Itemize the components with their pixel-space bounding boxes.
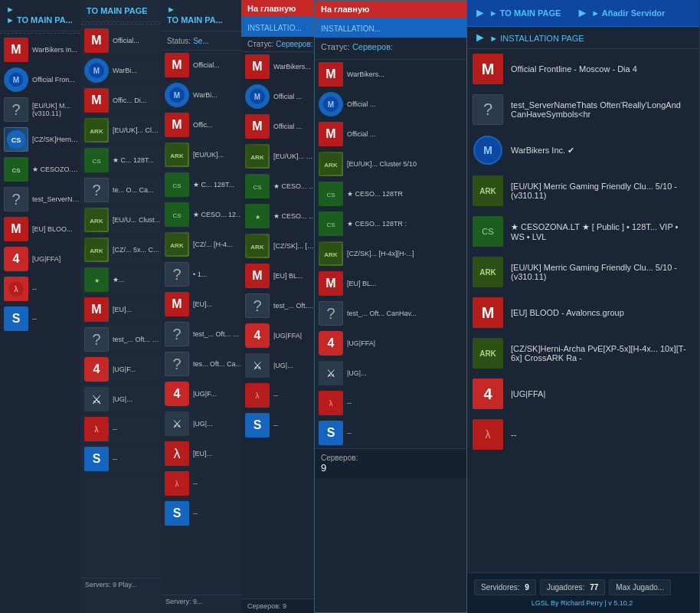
list-item[interactable]: 4 [UG|FFA] bbox=[0, 244, 83, 274]
panel4-install-header[interactable]: INSTALLATIO... bbox=[241, 17, 321, 37]
list-item[interactable]: ? test_ServerNameThats Often'Really'Long… bbox=[465, 90, 699, 130]
list-item[interactable]: M [EU] BLOOD - Avaloncs.group bbox=[465, 293, 699, 333]
panel1-header[interactable]: ► ► TO MAIN PA... bbox=[0, 0, 83, 31]
panel1-main-link[interactable]: ► TO MAIN PA... bbox=[6, 14, 77, 26]
list-item[interactable]: CS ★ CESOZO... LVL bbox=[0, 155, 83, 185]
list-item[interactable]: CS ★ CESO... 128TR bbox=[315, 179, 466, 209]
list-item[interactable]: ARK [CZ/... 5x... C... bbox=[80, 235, 164, 265]
list-item[interactable]: CS ★ CESO... 128TR : bbox=[161, 200, 248, 230]
list-item[interactable]: M [EU] BLOO... bbox=[0, 215, 83, 244]
list-item[interactable]: ARK [EU/UK]... bbox=[161, 140, 248, 170]
add-server-link[interactable]: ► Añadir Servidor bbox=[591, 8, 665, 18]
list-item[interactable]: M Official ... bbox=[315, 90, 466, 120]
game-icon: CS bbox=[84, 148, 109, 172]
list-item[interactable]: S -- bbox=[315, 418, 466, 448]
list-item[interactable]: ★ ★... bbox=[80, 265, 164, 295]
list-item[interactable]: M Official... bbox=[80, 26, 164, 56]
list-item[interactable]: λ -- bbox=[161, 469, 248, 499]
list-item[interactable]: CS ★ C... 128T... bbox=[80, 146, 164, 175]
panel4-red-header[interactable]: На главную bbox=[241, 0, 321, 17]
list-item[interactable]: ⚔ |UG|... bbox=[315, 359, 466, 388]
list-item[interactable]: M WarBi... bbox=[80, 56, 164, 86]
panel6-install-nav[interactable]: ► ► INSTALLATION PAGE bbox=[465, 27, 699, 49]
list-item[interactable]: S -- bbox=[241, 411, 321, 441]
panel6-nav-add[interactable]: ► ► Añadir Servidor bbox=[576, 6, 665, 20]
list-item[interactable]: CS ★ C... 128T... bbox=[161, 170, 248, 200]
list-item[interactable]: M WarBikers... bbox=[315, 60, 466, 90]
list-item[interactable]: ⚔ |UG|... bbox=[161, 409, 248, 439]
panel6-nav-main[interactable]: ► ► TO MAIN PAGE bbox=[474, 6, 561, 20]
list-item[interactable]: ARK [EU/UK] Merric Gaming Friendly Clu..… bbox=[465, 252, 699, 293]
list-item[interactable]: 4 |UG|F... bbox=[161, 379, 248, 409]
list-item[interactable]: CS ★ CESO... 128TR : bbox=[315, 209, 466, 239]
panel3-main-link[interactable]: TO MAIN PA... bbox=[167, 14, 242, 26]
list-item[interactable]: λ -- bbox=[241, 381, 321, 411]
list-item[interactable]: CS ★ CESOZONA.LT ★ [ Public ] • 128T... … bbox=[465, 211, 699, 252]
list-item[interactable]: M [EU]... bbox=[161, 290, 248, 320]
list-item[interactable]: 4 |UG|FFA| bbox=[465, 374, 699, 415]
list-item[interactable]: CS [CZ/SK]Hern... CrossARK R... bbox=[0, 125, 83, 155]
list-item[interactable]: ? te... O... Ca... bbox=[80, 175, 164, 205]
main-page-link[interactable]: ► TO MAIN PAGE bbox=[489, 8, 561, 18]
list-item[interactable]: M WarBi... bbox=[161, 80, 248, 110]
list-item[interactable]: ARK [EU/U... Clust... bbox=[80, 205, 164, 235]
list-item[interactable]: 4 |UG|F... bbox=[80, 355, 164, 385]
list-item[interactable]: ARK [CZ/... [H-4... bbox=[161, 230, 248, 260]
list-item[interactable]: S -- bbox=[161, 499, 248, 529]
server-name: [EU] BLOO... bbox=[32, 225, 80, 233]
list-item[interactable]: ARK [EU/UK] Merric Gaming Friendly Clu..… bbox=[465, 171, 699, 211]
list-item[interactable]: M Official Frontline - Moscow - Dia 4 bbox=[465, 49, 699, 90]
list-item[interactable]: S -- bbox=[0, 304, 83, 334]
panel2-header[interactable]: TO MAIN PAGE bbox=[80, 0, 164, 22]
list-item[interactable]: M [EU] BL... bbox=[241, 261, 321, 291]
list-item[interactable]: ARK [EU/UK]... Cluster 5/10 bbox=[315, 149, 466, 179]
list-item[interactable]: M Official Fron... bbox=[0, 65, 83, 95]
list-item[interactable]: M Official... bbox=[161, 51, 248, 80]
list-item[interactable]: ARK [EU/UK]... Cluster... bbox=[241, 142, 321, 172]
list-item[interactable]: M Official ... bbox=[315, 120, 466, 149]
list-item[interactable]: M Official ... bbox=[241, 112, 321, 142]
list-item[interactable]: 4 |UG|FFA| bbox=[241, 321, 321, 351]
jugadores-label: Jugadores: bbox=[547, 583, 584, 592]
list-item[interactable]: λ -- bbox=[0, 274, 83, 304]
panel3-header[interactable]: ► TO MAIN PA... bbox=[161, 0, 248, 31]
list-item[interactable]: M WarBikers In... bbox=[0, 35, 83, 65]
list-item[interactable]: CS ★ CESO... 128TR bbox=[241, 172, 321, 202]
list-item[interactable]: S -- bbox=[80, 444, 164, 474]
list-item[interactable]: λ -- bbox=[465, 415, 699, 455]
popup-install-header[interactable]: INSTALLATION... bbox=[315, 18, 466, 38]
list-item[interactable]: ★ ★ CESO... 128TR : bbox=[241, 202, 321, 231]
list-item[interactable]: 4 |UG|FFA| bbox=[315, 329, 466, 359]
list-item[interactable]: ? [EU/UK] M...(v310.11) bbox=[0, 95, 83, 125]
list-item[interactable]: M WarBikers Inc. ✔ bbox=[465, 130, 699, 171]
panel2-main-link[interactable]: TO MAIN PAGE bbox=[87, 5, 158, 17]
list-item[interactable]: λ -- bbox=[80, 415, 164, 444]
list-item[interactable]: M Offic... Di... bbox=[80, 86, 164, 116]
list-item[interactable]: ? test_... Oft... CanHav... bbox=[315, 299, 466, 329]
list-item[interactable]: M Offic... bbox=[161, 110, 248, 140]
list-item[interactable]: ? test_ServerN... CanHaveEm... bbox=[0, 185, 83, 215]
install-page-link[interactable]: ► INSTALLATION PAGE bbox=[489, 34, 584, 43]
list-item[interactable]: M Official ... bbox=[241, 82, 321, 112]
list-item[interactable]: ⚔ |UG|... bbox=[80, 385, 164, 415]
list-item[interactable]: ? • 1... bbox=[161, 260, 248, 290]
list-item[interactable]: ARK [CZ/SK]Herni-Archa PvE[XP-5x][H-4x..… bbox=[465, 333, 699, 374]
server-name: [EU/UK] M...(v310.11) bbox=[32, 102, 80, 117]
list-item[interactable]: λ [EU]... bbox=[161, 439, 248, 469]
servers-count-label: Серверов: bbox=[247, 602, 283, 610]
list-item[interactable]: ARK [EU/UK]... Clust... bbox=[80, 116, 164, 146]
list-item[interactable]: ? tes... Oft... Can... bbox=[161, 349, 248, 379]
status-value: Se... bbox=[193, 37, 209, 45]
list-item[interactable]: ARK [CZ/SK]... [H-4x][H-...] bbox=[241, 231, 321, 261]
list-item[interactable]: M [EU] BL... bbox=[315, 269, 466, 299]
list-item[interactable]: M [EU]... bbox=[80, 295, 164, 325]
list-item[interactable]: ? test_... Oft... CanHav... bbox=[241, 291, 321, 321]
list-item[interactable]: ARK [CZ/SK]... [H-4x][H-...] bbox=[315, 239, 466, 269]
list-item[interactable]: ? test_... Oft... Can... bbox=[80, 325, 164, 355]
server-name: WarBi... bbox=[193, 91, 244, 99]
list-item[interactable]: ⚔ |UG|... bbox=[241, 351, 321, 381]
list-item[interactable]: M WarBikers... bbox=[241, 52, 321, 82]
server-name: WarBi... bbox=[113, 67, 160, 74]
list-item[interactable]: ? test_... Oft... Ca... bbox=[161, 320, 248, 349]
list-item[interactable]: λ -- bbox=[315, 388, 466, 418]
